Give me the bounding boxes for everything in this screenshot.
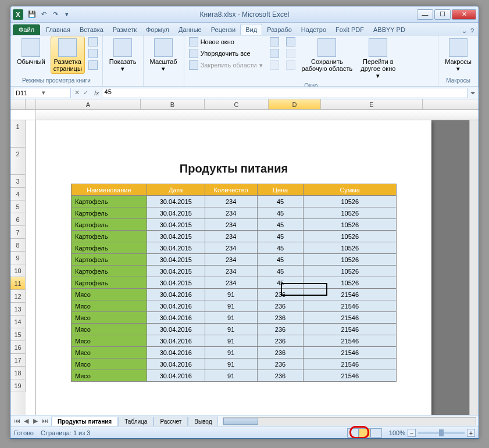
table-cell[interactable]: 234 <box>205 196 257 207</box>
row-header-17[interactable]: 17 <box>10 354 26 367</box>
table-cell[interactable]: 30.04.2015 <box>147 242 205 254</box>
table-cell[interactable]: 45 <box>257 266 304 277</box>
sheet-nav-prev[interactable]: ◀ <box>22 417 30 425</box>
col-header-E[interactable]: E <box>321 99 423 109</box>
table-cell[interactable]: Картофель <box>72 277 147 289</box>
name-box[interactable]: D11▾ <box>13 88 71 98</box>
maximize-button[interactable]: ☐ <box>434 9 451 20</box>
table-cell[interactable]: 91 <box>205 335 257 347</box>
table-cell[interactable]: 45 <box>257 231 304 242</box>
row-header-1[interactable]: 1 <box>10 120 26 148</box>
row-header-5[interactable]: 5 <box>10 200 26 213</box>
table-cell[interactable]: 30.04.2016 <box>147 289 205 300</box>
sheet-tab[interactable]: Продукты питания <box>51 417 118 426</box>
table-cell[interactable]: 21546 <box>304 324 397 335</box>
table-cell[interactable]: 10526 <box>304 219 397 231</box>
table-cell[interactable]: 30.04.2015 <box>147 207 205 219</box>
qat-customize[interactable]: ▾ <box>62 9 72 20</box>
table-cell[interactable]: 30.04.2016 <box>147 370 205 382</box>
expand-fbar-icon[interactable]: ⏷ <box>470 89 476 96</box>
row-header-13[interactable]: 13 <box>10 303 26 316</box>
table-cell[interactable]: 30.04.2015 <box>147 254 205 266</box>
row-header-7[interactable]: 7 <box>10 226 26 239</box>
file-tab[interactable]: Файл <box>13 24 40 35</box>
tab-вставка[interactable]: Вставка <box>75 24 108 35</box>
normal-view-button[interactable]: Обычный <box>14 37 48 67</box>
table-cell[interactable]: 21546 <box>304 300 397 312</box>
show-button[interactable]: Показать▾ <box>106 37 140 74</box>
sheet-nav-next[interactable]: ▶ <box>31 417 40 425</box>
table-cell[interactable]: Картофель <box>72 231 147 242</box>
table-cell[interactable]: 30.04.2015 <box>147 196 205 207</box>
table-cell[interactable]: 91 <box>205 300 257 312</box>
horizontal-scrollbar[interactable] <box>223 417 476 425</box>
pagebreak-view-icon[interactable] <box>370 428 382 438</box>
table-cell[interactable]: 21546 <box>304 359 397 370</box>
sheet-tab[interactable]: Рассчет <box>154 417 188 426</box>
page-layout-button[interactable]: Разметка страницы <box>51 37 85 74</box>
tab-данные[interactable]: Данные <box>174 24 206 35</box>
row-header-2[interactable]: 2 <box>10 148 26 175</box>
save-button[interactable]: 💾 <box>27 9 37 20</box>
table-cell[interactable]: 234 <box>205 242 257 254</box>
table-cell[interactable]: 30.04.2016 <box>147 324 205 335</box>
sync-scroll[interactable] <box>285 48 297 59</box>
pagebreak-preview[interactable] <box>87 37 99 47</box>
table-cell[interactable]: 236 <box>257 359 304 370</box>
table-cell[interactable]: 10526 <box>304 207 397 219</box>
table-cell[interactable]: Картофель <box>72 254 147 266</box>
tab-рецензи[interactable]: Рецензи <box>206 24 241 35</box>
row-header-10[interactable]: 10 <box>10 264 26 277</box>
page-area[interactable]: Продукты питания НаименованиеДатаКоличес… <box>36 120 469 415</box>
table-cell[interactable]: 30.04.2015 <box>147 219 205 231</box>
split[interactable] <box>269 37 280 47</box>
unhide[interactable] <box>269 60 280 70</box>
table-cell[interactable]: Картофель <box>72 196 147 207</box>
table-cell[interactable]: 236 <box>257 312 304 324</box>
table-cell[interactable]: 30.04.2016 <box>147 359 205 370</box>
view-side[interactable] <box>285 37 297 47</box>
sheet-nav-last[interactable]: ⏭ <box>41 417 49 425</box>
sheet-tab[interactable]: Вывод <box>188 417 218 426</box>
table-cell[interactable]: 45 <box>257 277 304 289</box>
zoom-button[interactable]: Масштаб▾ <box>147 37 180 74</box>
col-header-B[interactable]: B <box>141 99 205 109</box>
table-cell[interactable]: 10526 <box>304 266 397 277</box>
table-cell[interactable]: 30.04.2015 <box>147 266 205 277</box>
table-cell[interactable]: 236 <box>257 370 304 382</box>
table-cell[interactable]: 91 <box>205 312 257 324</box>
col-header-C[interactable]: C <box>205 99 269 109</box>
reset-pos[interactable] <box>285 60 297 70</box>
sheet-nav-first[interactable]: ⏮ <box>13 417 21 425</box>
table-cell[interactable]: 30.04.2015 <box>147 277 205 289</box>
table-cell[interactable]: 30.04.2016 <box>147 312 205 324</box>
table-cell[interactable]: Картофель <box>72 219 147 231</box>
table-cell[interactable]: Мясо <box>72 370 147 382</box>
table-cell[interactable]: Мясо <box>72 324 147 335</box>
table-cell[interactable]: 10526 <box>304 242 397 254</box>
table-cell[interactable]: Мясо <box>72 335 147 347</box>
row-header-16[interactable]: 16 <box>10 341 26 354</box>
normal-view-icon[interactable] <box>347 428 359 438</box>
table-cell[interactable]: Картофель <box>72 242 147 254</box>
table-cell[interactable]: 30.04.2016 <box>147 300 205 312</box>
table-cell[interactable]: 10526 <box>304 196 397 207</box>
table-cell[interactable]: 30.04.2016 <box>147 335 205 347</box>
table-cell[interactable]: 91 <box>205 324 257 335</box>
help-icon[interactable]: ? <box>470 27 474 35</box>
table-cell[interactable]: 91 <box>205 347 257 359</box>
table-cell[interactable]: 45 <box>257 242 304 254</box>
save-workspace[interactable]: Сохранить рабочую область <box>299 37 356 74</box>
table-cell[interactable]: 30.04.2015 <box>147 231 205 242</box>
redo-button[interactable]: ↷ <box>50 9 60 20</box>
table-cell[interactable]: 234 <box>205 231 257 242</box>
minimize-button[interactable]: — <box>417 9 433 20</box>
table-cell[interactable]: 10526 <box>304 254 397 266</box>
row-header-14[interactable]: 14 <box>10 316 26 328</box>
table-cell[interactable]: 234 <box>205 254 257 266</box>
row-header-8[interactable]: 8 <box>10 239 26 252</box>
row-header-15[interactable]: 15 <box>10 328 26 341</box>
row-header-4[interactable]: 4 <box>10 188 26 200</box>
col-header-A[interactable]: A <box>36 99 141 109</box>
table-cell[interactable]: 30.04.2016 <box>147 347 205 359</box>
